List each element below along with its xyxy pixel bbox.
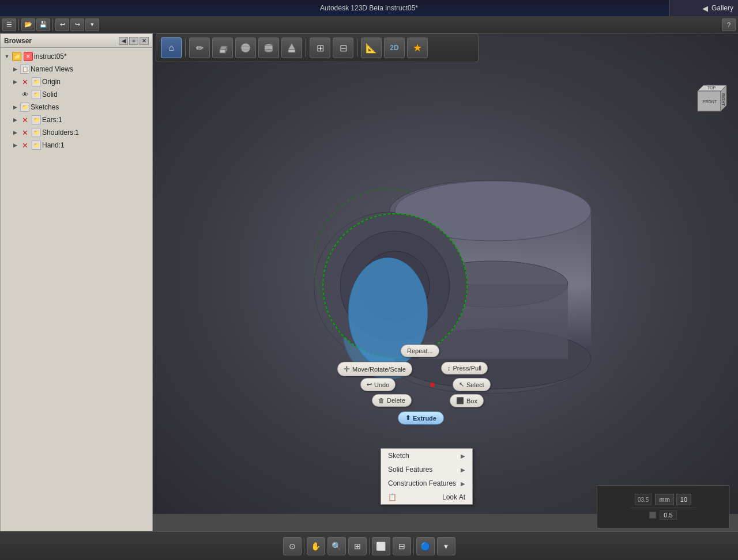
svg-text:TOP: TOP: [707, 86, 716, 90]
sketches-icon: 📁: [20, 103, 29, 112]
2d-button[interactable]: 2D: [384, 37, 405, 58]
display-mode-button[interactable]: 🔵: [416, 537, 435, 555]
browser-close-button[interactable]: ✕: [140, 37, 149, 45]
pan-button[interactable]: ✋: [307, 537, 325, 555]
sphere-button[interactable]: [235, 37, 256, 58]
zoom-button[interactable]: 🔍: [327, 537, 346, 555]
named-views-icon: 📋: [20, 65, 29, 74]
shoulders-redx-icon: ✕: [20, 128, 29, 137]
help-button[interactable]: ?: [722, 18, 736, 31]
construction-features-menu-item[interactable]: Construction Features ▶: [381, 476, 472, 490]
grid-button[interactable]: ⊟: [393, 537, 411, 555]
extrude-menu-item[interactable]: ⬆ Extrude: [398, 411, 444, 425]
origin-label: Origin: [42, 78, 61, 86]
snap-button[interactable]: ★: [407, 37, 428, 58]
undo-menu-item[interactable]: ↩ Undo: [360, 378, 396, 391]
measure-button[interactable]: 📐: [361, 37, 382, 58]
svg-point-28: [430, 383, 435, 387]
delete-label: Delete: [387, 397, 405, 404]
folder-icon: 📁: [12, 52, 21, 61]
unit-display[interactable]: mm: [655, 494, 673, 505]
redo-button[interactable]: ↪: [70, 18, 84, 31]
svg-text:RIGHT: RIGHT: [721, 93, 725, 107]
cube-navigator[interactable]: TOP FRONT RIGHT: [689, 80, 729, 131]
look-at-icon: 📋: [388, 493, 397, 501]
dropdown-arrow[interactable]: ▾: [85, 18, 99, 31]
browser-panel: Browser ◀ ≡ ✕ ▼ 📁 ✕ instruct05* ▶ 📋 Name…: [0, 33, 153, 540]
press-pull-label: Press/Pull: [453, 365, 482, 372]
browser-collapse-button[interactable]: ◀: [119, 37, 128, 45]
origin-folder-icon: 📁: [32, 77, 41, 86]
gallery-label[interactable]: Gallery: [711, 4, 733, 12]
browser-header: Browser ◀ ≡ ✕: [1, 34, 152, 48]
named-views-label: Named Views: [31, 65, 73, 73]
dropdown-context-menu: Sketch ▶ Solid Features ▶ Construction F…: [381, 448, 473, 505]
zoom-display[interactable]: 10: [676, 494, 691, 505]
split-view-button[interactable]: ⊟: [333, 37, 353, 58]
tree-item-root[interactable]: ▼ 📁 ✕ instruct05*: [1, 50, 152, 63]
sketches-label: Sketches: [31, 103, 59, 111]
svg-point-7: [265, 50, 273, 52]
expand-ears[interactable]: ▶: [11, 116, 19, 124]
tree-item-shoulders[interactable]: ▶ ✕ 📁 Shoulders:1: [1, 126, 152, 139]
tree-item-origin[interactable]: ▶ ✕ 📁 Origin: [1, 75, 152, 88]
zoom-fit-button[interactable]: ⊞: [348, 537, 367, 555]
solid-features-label: Solid Features: [388, 466, 432, 474]
repeat-menu-item[interactable]: Repeat...: [401, 345, 439, 357]
expand-hand[interactable]: ▶: [11, 141, 19, 149]
save-button[interactable]: 💾: [36, 18, 50, 31]
cylinder-button[interactable]: [258, 37, 279, 58]
move-icon: ✛: [344, 365, 350, 373]
expand-sketches[interactable]: ▶: [11, 103, 19, 111]
tree-item-hand[interactable]: ▶ ✕ 📁 Hand:1: [1, 139, 152, 152]
svg-rect-8: [288, 50, 295, 52]
extrude-button[interactable]: [281, 37, 302, 58]
look-at-menu-item[interactable]: 📋 Look At: [381, 490, 472, 504]
home-view-button[interactable]: ⌂: [161, 37, 182, 58]
3d-viewport[interactable]: TOP FRONT RIGHT Repeat... ✛ Move/Rotate/…: [153, 33, 738, 514]
3d-object-svg: [239, 120, 614, 454]
open-button[interactable]: 📂: [21, 18, 35, 31]
delete-menu-item[interactable]: 🗑 Delete: [372, 394, 412, 407]
titlebar: Autodesk 123D Beta instruct05* — ⧉ □ ✕ ◀…: [0, 0, 738, 16]
expand-shoulders[interactable]: ▶: [11, 128, 19, 137]
orbit-button[interactable]: ⊙: [283, 537, 302, 555]
solid-features-arrow: ▶: [461, 467, 465, 473]
statusbar: ⊙ ✋ 🔍 ⊞ ⬜ ⊟ 🔵 ▾: [0, 531, 738, 560]
svg-text:FRONT: FRONT: [703, 100, 717, 104]
browser-settings-button[interactable]: ≡: [129, 37, 138, 45]
solid-eye-icon: 👁: [20, 90, 29, 99]
move-rotate-scale-menu-item[interactable]: ✛ Move/Rotate/Scale: [337, 362, 412, 376]
toolbar-separator: [18, 19, 19, 31]
sketch-label: Sketch: [388, 452, 409, 460]
sketch-menu-item[interactable]: Sketch ▶: [381, 449, 472, 463]
solid-folder-icon: 📁: [32, 90, 41, 99]
expand-icon[interactable]: ▼: [3, 52, 11, 60]
sketch-button[interactable]: ✏: [189, 37, 210, 58]
shoulders-folder-icon: 📁: [32, 128, 41, 137]
tree-item-solid[interactable]: 👁 📁 Solid: [1, 88, 152, 101]
ribbon-separator: [185, 39, 186, 57]
origin-icon: ✕: [20, 77, 29, 86]
undo-icon: ↩: [367, 381, 372, 388]
status-sep-3: [413, 538, 414, 555]
solid-features-menu-item[interactable]: Solid Features ▶: [381, 463, 472, 476]
undo-button[interactable]: ↩: [55, 18, 69, 31]
box-button[interactable]: [212, 37, 233, 58]
tree-item-ears[interactable]: ▶ ✕ 📁 Ears:1: [1, 113, 152, 126]
press-pull-menu-item[interactable]: ↕ Press/Pull: [441, 362, 488, 374]
status-sep: [304, 538, 304, 555]
extrude-label: Extrude: [413, 415, 436, 422]
tree-item-sketches[interactable]: ▶ 📁 Sketches: [1, 101, 152, 113]
tree-item-named-views[interactable]: ▶ 📋 Named Views: [1, 63, 152, 75]
box-menu-item[interactable]: ⬛ Box: [450, 394, 484, 407]
display-dropdown[interactable]: ▾: [437, 537, 455, 555]
view-cube-button[interactable]: ⬜: [372, 537, 390, 555]
select-menu-item[interactable]: ↖ Select: [453, 378, 491, 391]
menu-button[interactable]: ☰: [2, 18, 16, 31]
ruler-value-input[interactable]: 0.5: [660, 510, 676, 520]
expand-named-views[interactable]: ▶: [11, 65, 19, 73]
svg-rect-1: [220, 50, 225, 53]
expand-origin[interactable]: ▶: [11, 78, 19, 86]
pattern-button[interactable]: ⊞: [310, 37, 330, 58]
